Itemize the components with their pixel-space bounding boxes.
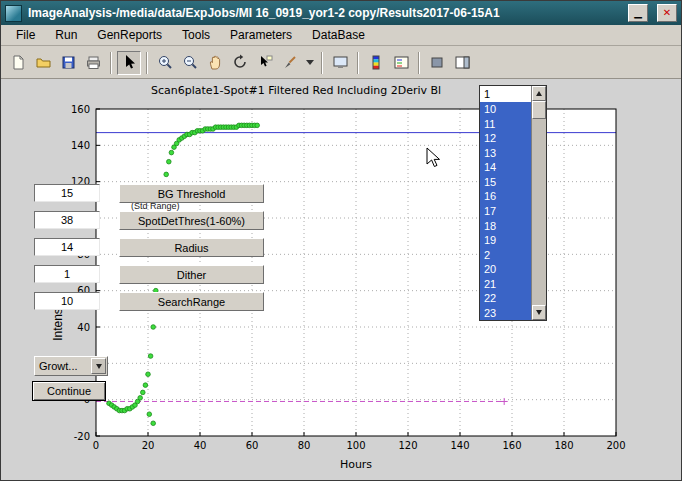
spot-number-dropdown: 1 10 11 12 13 14 15 16 17 18 19 2 20 21 …: [479, 85, 547, 321]
x-tick-label: 80: [298, 440, 311, 451]
scroll-up-icon[interactable]: [532, 86, 546, 101]
searchrange-button[interactable]: SearchRange: [119, 292, 264, 311]
plot-canvas[interactable]: Scan6plate1-Spot#1 Filtered Red Includin…: [1, 79, 682, 481]
y-axis-label: Intensity: [51, 279, 66, 359]
scrollbar-track[interactable]: [532, 119, 546, 305]
growth-dropdown[interactable]: Growt...: [34, 356, 108, 376]
x-axis-label: Hours: [340, 458, 372, 471]
titlebar[interactable]: ImageAnalysis-/media/data/ExpJobs/MI 16_…: [1, 1, 681, 25]
data-point: [167, 159, 172, 164]
toolbar-separator: [110, 52, 112, 74]
new-document-icon[interactable]: [6, 51, 30, 75]
dropdown-option[interactable]: 10: [480, 102, 531, 117]
toolbar-separator: [357, 52, 359, 74]
dropdown-option[interactable]: 19: [480, 233, 531, 248]
data-point: [138, 396, 143, 401]
dropdown-option[interactable]: 17: [480, 204, 531, 219]
app-icon: [5, 5, 22, 22]
menu-item-file[interactable]: File: [7, 26, 44, 44]
menu-item-parameters[interactable]: Parameters: [221, 26, 301, 44]
data-point: [141, 390, 146, 395]
save-icon[interactable]: [56, 51, 80, 75]
y-tick-label: 40: [77, 322, 90, 333]
x-tick-label: 200: [606, 440, 625, 451]
x-tick-label: 140: [450, 440, 469, 451]
dropdown-option[interactable]: 15: [480, 175, 531, 190]
print-icon[interactable]: [81, 51, 105, 75]
radius-button[interactable]: Radius: [119, 238, 264, 257]
dropdown-scrollbar[interactable]: [531, 86, 546, 320]
chevron-down-icon[interactable]: [91, 358, 106, 374]
dropdown-current-value[interactable]: 1: [480, 86, 531, 102]
searchrange-field[interactable]: [34, 292, 100, 310]
dropdown-option[interactable]: 20: [480, 262, 531, 277]
spotdetthres-button[interactable]: SpotDetThres(1-60%): [119, 211, 264, 230]
toolbar: [1, 47, 681, 79]
data-cursor-icon[interactable]: [253, 51, 277, 75]
x-tick-label: 160: [502, 440, 521, 451]
window-title: ImageAnalysis-/media/data/ExpJobs/MI 16_…: [28, 6, 619, 20]
dropdown-option[interactable]: 16: [480, 189, 531, 204]
app-window: ImageAnalysis-/media/data/ExpJobs/MI 16_…: [0, 0, 682, 481]
zoom-in-icon[interactable]: [153, 51, 177, 75]
dropdown-option[interactable]: 13: [480, 146, 531, 161]
data-point: [169, 150, 174, 155]
plot-title: Scan6plate1-Spot#1 Filtered Red Includin…: [151, 84, 441, 97]
open-file-icon[interactable]: [31, 51, 55, 75]
dropdown-option[interactable]: 23: [480, 305, 531, 320]
brush-icon[interactable]: [278, 51, 302, 75]
mouse-cursor: [426, 147, 442, 169]
dropdown-option[interactable]: 14: [480, 160, 531, 175]
dropdown-option[interactable]: 22: [480, 291, 531, 306]
bg-threshold-field[interactable]: [34, 184, 100, 202]
data-point: [255, 123, 260, 128]
growth-dropdown-label: Growt...: [35, 360, 91, 372]
x-tick-label: 40: [194, 440, 207, 451]
menu-item-database[interactable]: DataBase: [303, 26, 374, 44]
select-arrow-icon[interactable]: [117, 51, 141, 75]
menu-item-tools[interactable]: Tools: [173, 26, 219, 44]
toolbar-separator: [321, 52, 323, 74]
menu-item-genreports[interactable]: GenReports: [88, 26, 171, 44]
x-tick-label: 20: [142, 440, 155, 451]
insert-legend-icon[interactable]: [389, 51, 413, 75]
dropdown-option[interactable]: 21: [480, 276, 531, 291]
pan-hand-icon[interactable]: [203, 51, 227, 75]
data-point: [151, 421, 156, 426]
close-button[interactable]: ✕: [657, 4, 677, 22]
dropdown-list: 10 11 12 13 14 15 16 17 18 19 2 20 21 22…: [480, 102, 531, 320]
dither-field[interactable]: [34, 265, 100, 283]
x-tick-label: 0: [93, 440, 99, 451]
x-tick-label: 120: [398, 440, 417, 451]
bg-threshold-button[interactable]: BG Threshold: [119, 184, 264, 203]
dropdown-option[interactable]: 11: [480, 117, 531, 132]
zoom-out-icon[interactable]: [178, 51, 202, 75]
dropdown-option[interactable]: 12: [480, 131, 531, 146]
minimize-button[interactable]: ▁: [628, 4, 648, 22]
print-figure-icon[interactable]: [328, 51, 352, 75]
data-point: [151, 325, 156, 330]
hide-plot-tools-icon[interactable]: [425, 51, 449, 75]
dropdown-option[interactable]: 18: [480, 218, 531, 233]
scroll-down-icon[interactable]: [532, 305, 546, 320]
y-tick-label: 140: [71, 140, 90, 151]
figure-area: Scan6plate1-Spot#1 Filtered Red Includin…: [1, 79, 682, 481]
y-tick-label: 160: [71, 104, 90, 115]
data-point: [147, 412, 152, 417]
insert-colorbar-icon[interactable]: [364, 51, 388, 75]
continue-button[interactable]: Continue: [32, 381, 106, 401]
scrollbar-thumb[interactable]: [532, 101, 546, 119]
x-tick-label: 100: [346, 440, 365, 451]
data-point: [143, 383, 148, 388]
toolbar-separator: [418, 52, 420, 74]
rotate-3d-icon[interactable]: [228, 51, 252, 75]
x-tick-label: 180: [554, 440, 573, 451]
toolbar-separator: [146, 52, 148, 74]
brush-dropdown-icon[interactable]: [303, 51, 316, 75]
show-plot-tools-icon[interactable]: [450, 51, 474, 75]
dither-button[interactable]: Dither: [119, 265, 264, 284]
spotdetthres-field[interactable]: [34, 211, 100, 229]
menu-item-run[interactable]: Run: [46, 26, 86, 44]
dropdown-option[interactable]: 2: [480, 247, 531, 262]
radius-field[interactable]: [34, 238, 100, 256]
